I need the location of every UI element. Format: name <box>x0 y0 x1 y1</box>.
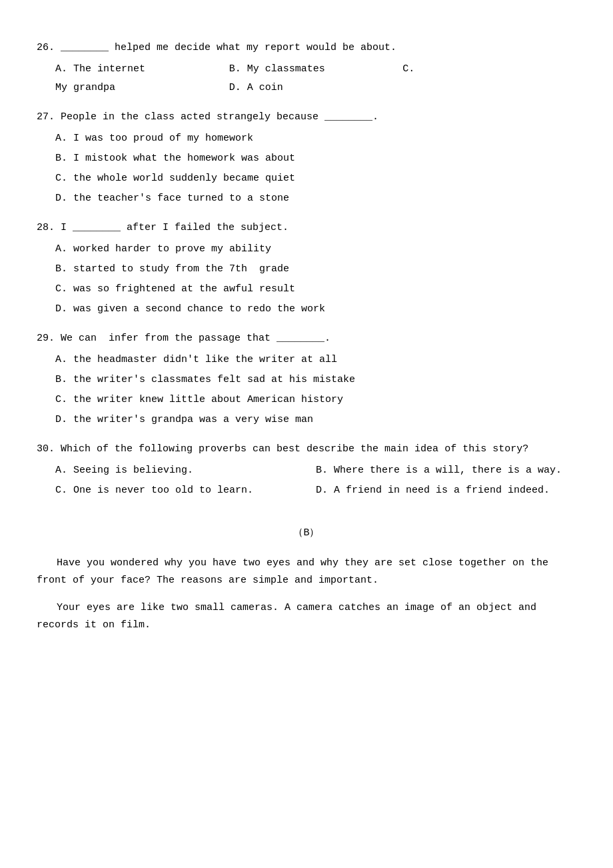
question-29-stem: 29. We can infer from the passage that _… <box>37 331 576 347</box>
question-26-number: 26. <box>37 42 55 53</box>
question-27-number: 27. <box>37 111 55 123</box>
question-29: 29. We can infer from the passage that _… <box>37 331 576 428</box>
q30-option-c: C. One is never too old to learn. <box>55 483 316 499</box>
q27-option-b: B. I mistook what the homework was about <box>37 151 576 167</box>
question-30-number: 30. <box>37 443 55 455</box>
q29-option-b: B. the writer's classmates felt sad at h… <box>37 372 576 388</box>
q26-option-c: C. <box>402 61 576 77</box>
q30-option-a: A. Seeing is believing. <box>55 463 316 479</box>
question-26: 26. ________ helped me decide what my re… <box>37 40 576 96</box>
question-30-stem: 30. Which of the following proverbs can … <box>37 441 576 457</box>
question-27-stem: 27. People in the class acted strangely … <box>37 109 576 125</box>
section-b-header: （B） <box>37 525 576 541</box>
q30-option-d: D. A friend in need is a friend indeed. <box>316 483 576 499</box>
question-27: 27. People in the class acted strangely … <box>37 109 576 207</box>
q27-option-d: D. the teacher's face turned to a stone <box>37 191 576 207</box>
question-26-text: ________ helped me decide what my report… <box>61 42 396 53</box>
question-30-text: Which of the following proverbs can best… <box>61 443 528 455</box>
q27-option-a: A. I was too proud of my homework <box>37 131 576 147</box>
q29-option-a: A. the headmaster didn't like the writer… <box>37 352 576 368</box>
question-28-options: A. worked harder to prove my ability B. … <box>37 241 576 317</box>
question-28-stem: 28. I ________ after I failed the subjec… <box>37 220 576 236</box>
question-26-stem: 26. ________ helped me decide what my re… <box>37 40 576 56</box>
q26-option-grandpa: My grandpa <box>55 80 229 96</box>
question-30-options: A. Seeing is believing. B. Where there i… <box>37 463 576 499</box>
question-28: 28. I ________ after I failed the subjec… <box>37 220 576 317</box>
q29-option-d: D. the writer's grandpa was a very wise … <box>37 412 576 428</box>
question-29-number: 29. <box>37 333 55 344</box>
question-28-text: I ________ after I failed the subject. <box>61 222 289 233</box>
question-27-options: A. I was too proud of my homework B. I m… <box>37 131 576 207</box>
question-29-options: A. the headmaster didn't like the writer… <box>37 352 576 428</box>
q28-option-d: D. was given a second chance to redo the… <box>37 301 576 317</box>
question-28-number: 28. <box>37 222 55 233</box>
q26-option-a: A. The internet <box>55 61 229 77</box>
q27-option-c: C. the whole world suddenly became quiet <box>37 171 576 187</box>
q28-option-b: B. started to study from the 7th grade <box>37 261 576 277</box>
q28-option-a: A. worked harder to prove my ability <box>37 241 576 257</box>
q30-option-b: B. Where there is a will, there is a way… <box>316 463 576 479</box>
section-b-paragraph-1: Have you wondered why you have two eyes … <box>37 555 576 589</box>
q26-option-d: D. A coin <box>229 80 403 96</box>
q28-option-c: C. was so frightened at the awful result <box>37 281 576 297</box>
question-29-text: We can infer from the passage that _____… <box>61 333 330 344</box>
section-b-paragraph-2: Your eyes are like two small cameras. A … <box>37 599 576 633</box>
q26-option-b: B. My classmates <box>229 61 403 77</box>
q29-option-c: C. the writer knew little about American… <box>37 392 576 408</box>
question-27-text: People in the class acted strangely beca… <box>61 111 378 123</box>
question-30: 30. Which of the following proverbs can … <box>37 441 576 499</box>
